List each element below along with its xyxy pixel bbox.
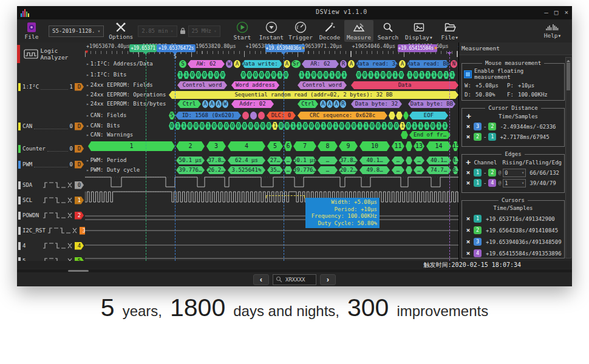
- search-prev-button[interactable]: ‹: [253, 274, 269, 285]
- channel-row-can[interactable]: CAN0D: [18, 121, 84, 131]
- row-expand-icon[interactable]: ▸: [86, 123, 89, 129]
- remove-row-button[interactable]: ×: [465, 238, 472, 246]
- trigger-settings-icon[interactable]: [43, 212, 73, 219]
- bit-annotation: 1: [181, 122, 187, 130]
- channel-row-pwm[interactable]: PWM0D: [18, 160, 84, 169]
- trigger-settings-icon[interactable]: [47, 227, 78, 234]
- scrollbar-thumb[interactable]: [68, 270, 89, 272]
- row-expand-icon[interactable]: ▸: [86, 132, 89, 138]
- options-button[interactable]: Options: [106, 20, 135, 42]
- decode-annotation: Control word: [298, 81, 347, 89]
- bit-annotation: 0: [413, 71, 419, 79]
- cursor-flag[interactable]: +19.65394036s×: [265, 44, 305, 52]
- cursor-line[interactable]: [449, 51, 450, 261]
- row-expand-icon[interactable]: ▸: [86, 101, 89, 107]
- remove-row-button[interactable]: ×: [465, 169, 472, 177]
- bit-annotation: 0: [369, 122, 375, 130]
- enable-floating-checkbox[interactable]: [464, 70, 472, 78]
- duration-combo[interactable]: 2.85 min▾: [138, 25, 177, 37]
- close-button[interactable]: ×: [564, 8, 568, 18]
- trigger-settings-icon[interactable]: [43, 197, 73, 204]
- row-expand-icon[interactable]: ▸: [86, 167, 89, 173]
- remove-row-button[interactable]: ×: [465, 215, 472, 223]
- channel-number-tag[interactable]: 1: [75, 197, 84, 204]
- channel-row-sda[interactable]: SDA0: [18, 180, 84, 190]
- decode-annotation: 2: [176, 141, 205, 151]
- cursor-badge-2: 2: [488, 169, 496, 177]
- scrollbar-thumb[interactable]: [567, 62, 570, 90]
- trigger-button[interactable]: Trigger: [286, 20, 315, 42]
- channel-row-5[interactable]: 55: [18, 256, 84, 261]
- channel-number-tag[interactable]: 2: [75, 212, 84, 220]
- waveform-area[interactable]: +19653670.40µs+19653745.60µs+19653820.80…: [85, 42, 458, 261]
- row-expand-icon[interactable]: ▸: [86, 61, 89, 67]
- channel-row-4[interactable]: 44: [18, 241, 84, 251]
- row-expand-icon[interactable]: ▸: [86, 92, 89, 98]
- channel-row-i2c-rst[interactable]: I2C_RST3: [18, 226, 84, 235]
- search-button[interactable]: Search: [373, 20, 403, 42]
- channel-number-tag[interactable]: 0: [75, 181, 84, 189]
- channel-row-1-i-c[interactable]: 1:I²C1D: [18, 82, 84, 92]
- close-cursor-icon[interactable]: ×: [434, 46, 437, 51]
- minimize-button[interactable]: –: [544, 8, 548, 18]
- help-button[interactable]: Help▾: [538, 20, 567, 42]
- cursor-flag[interactable]: +19.65371: [129, 44, 157, 52]
- samplerate-combo[interactable]: 25 MHz▾: [188, 25, 220, 37]
- channel-row-scl[interactable]: SCL1: [18, 195, 84, 205]
- channel-row-counter[interactable]: Counter0D: [18, 144, 84, 153]
- row-expand-icon[interactable]: ▸: [86, 83, 89, 88]
- decoder-tag[interactable]: D: [75, 123, 84, 130]
- add-distance-button[interactable]: +: [465, 112, 473, 121]
- decode-icon: [324, 21, 336, 33]
- decode-button[interactable]: Decode: [315, 20, 344, 42]
- file-menu-button[interactable]: File▾: [435, 20, 465, 42]
- remove-row-button[interactable]: ×: [465, 123, 472, 130]
- channel-row-powdn[interactable]: POWDN2: [18, 211, 84, 220]
- decode-annotation: Data byte: 32: [351, 100, 402, 108]
- remove-row-button[interactable]: ×: [465, 249, 472, 257]
- display-button[interactable]: Display▾: [403, 20, 435, 42]
- cursor-flag-pointer: [281, 52, 286, 57]
- trigger-settings-icon[interactable]: [43, 181, 73, 189]
- bit-annotation: 0: [236, 122, 242, 130]
- row-expand-icon[interactable]: ▸: [86, 158, 89, 163]
- trigger-settings-icon[interactable]: [43, 242, 73, 249]
- cursor-flag[interactable]: +19.65415584s×: [398, 44, 437, 52]
- search-next-button[interactable]: ›: [320, 274, 336, 285]
- bit-annotation: 1: [272, 122, 278, 130]
- decode-annotation: A: [320, 100, 326, 108]
- remove-row-button[interactable]: ×: [465, 226, 472, 234]
- edge-type-select[interactable]: 1▾: [503, 179, 526, 187]
- search-marker: S: [174, 54, 177, 59]
- search-icon: [382, 21, 394, 33]
- panel-scrollbar[interactable]: [565, 57, 571, 258]
- device-header[interactable]: Logic Analyzer: [17, 45, 85, 63]
- maximize-button[interactable]: □: [554, 8, 559, 18]
- search-box[interactable]: [273, 274, 316, 285]
- cursor-line[interactable]: [146, 51, 146, 261]
- cursor-badge-3: 3: [474, 238, 482, 246]
- session-combo[interactable]: S5-2019-1128.▾: [49, 25, 104, 37]
- add-edge-button[interactable]: +: [465, 158, 472, 167]
- cursor-line[interactable]: [284, 51, 284, 261]
- measure-button[interactable]: Measure: [344, 20, 373, 42]
- remove-row-button[interactable]: ×: [465, 179, 472, 187]
- search-input[interactable]: [284, 276, 313, 283]
- cursor-line[interactable]: [175, 51, 175, 261]
- instant-button[interactable]: Instant: [257, 20, 286, 42]
- decoder-tag[interactable]: D: [75, 161, 84, 169]
- channel-number-tag[interactable]: 4: [75, 242, 84, 250]
- cursor-distance-row: ×3-2-2.49344ms/-62336: [462, 121, 564, 132]
- start-button[interactable]: Start: [228, 20, 257, 42]
- file-button[interactable]: File: [17, 20, 46, 42]
- bit-annotation: 1: [183, 71, 189, 79]
- edge-type-select[interactable]: 0▾: [503, 169, 526, 177]
- decoder-tag[interactable]: D: [75, 83, 84, 91]
- decoder-tag[interactable]: D: [75, 145, 84, 153]
- row-expand-icon[interactable]: ▸: [86, 113, 89, 118]
- row-expand-icon[interactable]: ▸: [86, 72, 89, 78]
- cursor-flag[interactable]: +19.65376472s: [157, 44, 196, 52]
- close-cursor-icon[interactable]: ×: [302, 46, 305, 51]
- remove-row-button[interactable]: ×: [465, 133, 472, 141]
- ruler-time-label: +19654046.40µs: [352, 43, 396, 49]
